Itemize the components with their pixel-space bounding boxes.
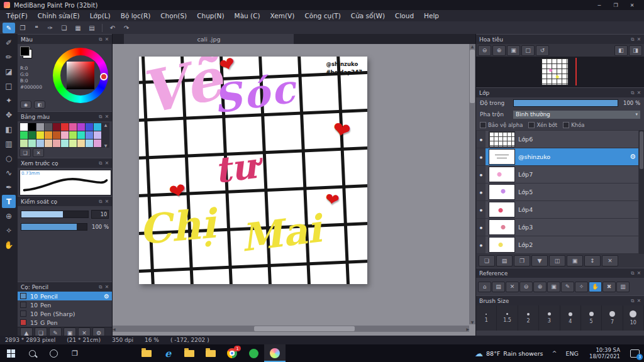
palette-swatch[interactable]	[52, 123, 61, 131]
close-icon[interactable]: ✕	[105, 284, 109, 290]
layer-fx-button[interactable]: ▣	[567, 255, 583, 266]
close-icon[interactable]: ✕	[637, 90, 641, 96]
palette-swatch[interactable]	[19, 131, 28, 140]
brush-tool[interactable]: ✐	[2, 36, 16, 49]
eye-icon[interactable]: ●	[477, 131, 486, 148]
palette-swatch[interactable]	[85, 131, 94, 140]
horizontal-scroll-thumb[interactable]	[254, 326, 355, 331]
palette-swatch[interactable]	[77, 131, 86, 140]
close-icon[interactable]: ✕	[105, 114, 109, 120]
messenger-app-button[interactable]	[243, 344, 264, 362]
brush-size-option[interactable]: 1	[476, 305, 497, 331]
brush-item-pencil[interactable]: 10 Pencil ⚙	[18, 292, 112, 300]
ref-zoom-in-button[interactable]: ⊕	[533, 282, 547, 292]
layer-opacity-slider[interactable]	[513, 99, 618, 107]
merge-down-button[interactable]: ▼	[531, 255, 548, 266]
cortana-button[interactable]	[43, 344, 64, 362]
nav-reset-rotation-button[interactable]: ↺	[536, 45, 549, 56]
scroll-up-icon[interactable]: ▲	[471, 44, 474, 48]
layer-row-lop6[interactable]: ● Lớp6	[477, 131, 638, 148]
layer-row-lop3[interactable]: ● Lớp3	[477, 219, 638, 236]
saturation-square[interactable]	[67, 62, 94, 89]
duplicate-layer-button[interactable]: ❐	[514, 255, 530, 266]
eraser-tool[interactable]: ◪	[2, 65, 16, 78]
vertical-scroll-thumb[interactable]	[470, 50, 475, 103]
ref-clear-button[interactable]: ✖	[602, 282, 616, 292]
eye-icon[interactable]: ●	[477, 166, 486, 183]
blend-mode-select[interactable]: Bình thường ▾	[513, 111, 640, 119]
popout-icon[interactable]: ⧉	[99, 160, 102, 167]
text-tool[interactable]: T	[2, 195, 16, 208]
menu-select[interactable]: Chọn(S)	[155, 12, 192, 19]
brush-size-slider[interactable]	[21, 211, 89, 218]
checkbox-box[interactable]	[563, 122, 569, 128]
menu-file[interactable]: Tệp(F)	[1, 12, 33, 19]
menu-layer[interactable]: Lớp(L)	[85, 12, 116, 19]
lock-checkbox[interactable]: Khóa	[563, 122, 584, 128]
palette-swatch[interactable]	[69, 123, 77, 131]
ref-columns-button[interactable]: ▥	[616, 282, 630, 292]
palette-scrollbar[interactable]: ▲ ▼	[102, 123, 109, 148]
edge-button[interactable]: e	[157, 344, 179, 362]
palette-swatch[interactable]	[93, 131, 102, 140]
brush-size-option[interactable]: 4	[560, 305, 581, 331]
task-view-button[interactable]: ❐	[64, 344, 86, 362]
select-rect-tool[interactable]: □	[2, 79, 16, 92]
brush-size-option[interactable]: 10	[623, 305, 644, 331]
language-indicator[interactable]: ENG	[560, 350, 584, 357]
brush-opacity-slider[interactable]	[21, 223, 87, 231]
palette-swatch[interactable]	[77, 123, 86, 131]
palette-swatch[interactable]	[28, 123, 36, 131]
menu-cloud[interactable]: Cloud	[390, 12, 419, 19]
zoom-tool[interactable]: ⊕	[2, 209, 16, 222]
new-layer-button[interactable]: ❏	[479, 255, 495, 266]
scroll-left-icon[interactable]: ◀	[113, 327, 116, 331]
reorder-layer-button[interactable]: ↕	[584, 255, 601, 266]
material-view-button[interactable]: ▤	[86, 23, 98, 33]
nav-zoom-in-button[interactable]: ⊕	[492, 45, 506, 56]
popout-icon[interactable]: ⧉	[99, 199, 102, 205]
eye-icon[interactable]: ●	[477, 201, 486, 218]
menu-window[interactable]: Cửa sổ(W)	[346, 12, 390, 19]
clear-layer-button[interactable]: ◫	[549, 255, 565, 266]
ref-zoom-out-button[interactable]: ⊖	[519, 282, 533, 292]
ref-hand-button[interactable]: ✋	[589, 282, 602, 292]
chrome-button[interactable]: 1	[221, 344, 243, 362]
popout-icon[interactable]: ⧉	[631, 270, 634, 277]
eye-icon[interactable]: ●	[477, 219, 486, 236]
menu-edit[interactable]: Chỉnh sửa(E)	[33, 12, 85, 19]
tray-expand-button[interactable]: ^	[549, 350, 560, 356]
close-button[interactable]: ✕	[624, 0, 640, 10]
palette-swatch[interactable]	[44, 123, 53, 131]
palette-swatch[interactable]	[44, 139, 53, 148]
palette-swatch[interactable]	[60, 139, 69, 148]
ref-eyedropper-button[interactable]: ✧	[575, 282, 588, 292]
layer-row-lop5[interactable]: ● Lớp5	[477, 184, 638, 200]
taskbar-clock[interactable]: 10:39 SA 18/07/2021	[584, 347, 625, 359]
redo-button[interactable]: ↷	[120, 23, 133, 33]
eye-icon[interactable]: ●	[477, 184, 486, 200]
menu-view[interactable]: Xem(V)	[265, 12, 300, 19]
move-tool[interactable]: ✥	[2, 108, 16, 121]
delete-color-button[interactable]: ✕	[33, 148, 44, 157]
folder-shortcut-2-button[interactable]	[200, 344, 221, 362]
palette-swatch[interactable]	[85, 123, 94, 131]
scroll-down-icon[interactable]: ▼	[471, 320, 474, 324]
palette-swatch[interactable]	[36, 123, 45, 131]
document-tab[interactable]: cali .jpg	[124, 34, 294, 44]
palette-swatch[interactable]	[19, 139, 28, 148]
hand-tool[interactable]: ✋	[2, 238, 16, 251]
nav-actual-size-button[interactable]: □	[521, 45, 535, 56]
brush-item-pen-sharp[interactable]: 10 Pen (Sharp)	[18, 309, 112, 318]
palette-swatch[interactable]	[36, 131, 45, 140]
weather-widget[interactable]: ☁ 88°F Rain showers	[469, 349, 548, 358]
close-icon[interactable]: ✕	[105, 199, 109, 205]
palette-swatch[interactable]	[93, 139, 102, 148]
undo-button[interactable]: ↶	[106, 23, 119, 33]
comment-button[interactable]: ❝	[30, 23, 43, 33]
popout-icon[interactable]: ⧉	[631, 298, 634, 304]
ref-home-button[interactable]: ⌂	[478, 282, 491, 292]
hue-marker[interactable]	[100, 73, 108, 80]
brush-size-option[interactable]: 1.5	[497, 305, 518, 331]
folder-shortcut-button[interactable]	[179, 344, 200, 362]
